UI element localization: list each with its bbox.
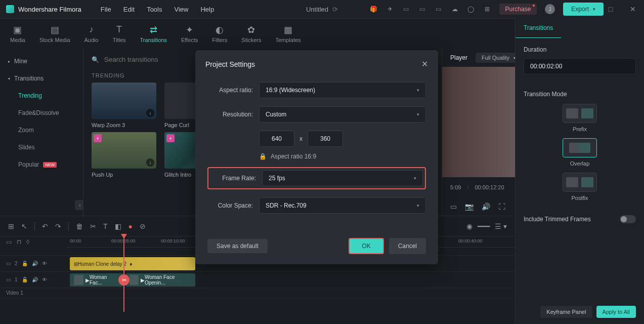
framerate-select[interactable]: 25 fps▾ bbox=[262, 170, 423, 186]
resolution-label: Resolution: bbox=[207, 111, 253, 118]
resolution-select[interactable]: Custom▾ bbox=[259, 106, 426, 123]
chevron-down-icon: ▾ bbox=[414, 176, 416, 181]
lock-icon[interactable]: 🔒 bbox=[259, 153, 267, 160]
aspect-lock-text: Aspect ratio 16:9 bbox=[271, 153, 316, 160]
framerate-label: Frame Rate: bbox=[210, 175, 256, 182]
save-default-button[interactable]: Save as default bbox=[207, 239, 268, 253]
chevron-down-icon: ▾ bbox=[417, 88, 419, 93]
chevron-down-icon: ▾ bbox=[417, 112, 419, 117]
colorspace-label: Color Space: bbox=[207, 202, 253, 209]
modal-close-button[interactable]: ✕ bbox=[421, 59, 428, 69]
colorspace-select[interactable]: SDR - Rec.709▾ bbox=[259, 197, 426, 214]
cancel-button[interactable]: Cancel bbox=[389, 238, 426, 254]
aspect-ratio-label: Aspect ratio: bbox=[207, 87, 253, 94]
modal-title: Project Settings bbox=[205, 60, 255, 68]
dimension-x: x bbox=[299, 135, 303, 142]
aspect-ratio-select[interactable]: 16:9 (Widescreen)▾ bbox=[259, 82, 426, 98]
height-input[interactable] bbox=[308, 131, 343, 147]
project-settings-modal: Project Settings ✕ Aspect ratio: 16:9 (W… bbox=[195, 50, 438, 264]
chevron-down-icon: ▾ bbox=[417, 203, 419, 208]
modal-overlay: Project Settings ✕ Aspect ratio: 16:9 (W… bbox=[0, 0, 644, 324]
ok-button[interactable]: OK bbox=[349, 238, 383, 254]
width-input[interactable] bbox=[259, 131, 294, 147]
